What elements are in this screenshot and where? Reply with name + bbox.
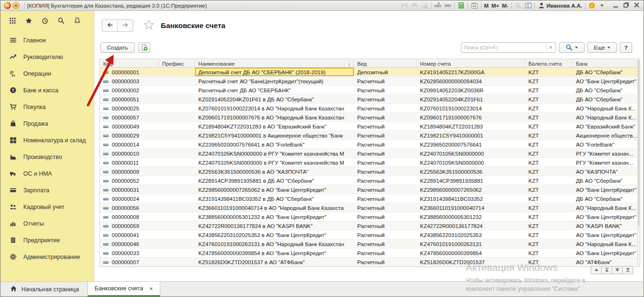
sidebar-item[interactable]: Кадровый учет [0, 198, 94, 215]
titlebar-tool[interactable] [515, 2, 522, 9]
table-row[interactable]: 000000002 Расчетный счет ДБ АО "СБЕРБАНК… [100, 86, 637, 95]
titlebar-tool[interactable] [468, 2, 468, 9]
column-header-account[interactable]: Номер счета [417, 59, 525, 67]
table-row[interactable]: 000000010 KZ24070105KSN0000000 в РГУ "Ко… [100, 149, 637, 158]
sidebar-quick-icon[interactable] [41, 17, 49, 24]
forward-button[interactable] [117, 20, 133, 31]
sidebar-item[interactable]: ДтКт Операции [0, 65, 94, 82]
table-row[interactable]: 000000051 KZ02914052204KZ01F61 в ДБ АО "… [100, 95, 637, 104]
titlebar-tool[interactable] [598, 2, 605, 9]
titlebar-tool[interactable]: Иванова А.А. [538, 2, 582, 9]
titlebar-tool[interactable] [411, 2, 418, 9]
table-row[interactable]: 000000059 KZ42722R000136177824 в АО "KAS… [100, 221, 637, 230]
help-button[interactable]: ? [620, 42, 632, 53]
table-row[interactable]: 000000033 KZ478560000000399854 в АО "Бан… [100, 248, 637, 257]
more-button[interactable]: Еще [587, 42, 617, 53]
titlebar-tool[interactable] [421, 2, 428, 9]
titlebar-tool[interactable] [525, 2, 532, 9]
titlebar-tool[interactable] [431, 2, 431, 9]
sidebar-item[interactable]: Производство [0, 148, 94, 165]
titlebar-tool[interactable] [444, 2, 451, 9]
list-scroll-button[interactable] [612, 266, 623, 274]
search-input[interactable] [461, 45, 546, 50]
sidebar-item[interactable]: Администрирование [0, 248, 94, 265]
column-header-bank[interactable]: Банк [573, 59, 637, 67]
vertical-scrollbar[interactable] [637, 59, 640, 267]
tab-home[interactable]: Начальная страница [0, 282, 88, 297]
table-row[interactable]: 000000007 KZ51826D0KZTD2001537 в АО "АТФ… [100, 257, 637, 267]
table-row[interactable]: 000000056 KZ3660110191000040714 в АО "На… [100, 203, 637, 212]
titlebar-tool[interactable] [401, 2, 408, 9]
cell-prefix [159, 68, 195, 76]
window-button[interactable] [631, 1, 642, 10]
table-row[interactable]: 000000008 KZ388560000005301232 в АО "Бан… [100, 212, 637, 221]
favorite-star-icon[interactable] [144, 20, 154, 32]
table-row[interactable]: 000000041 KZ438562203102025353 в АО "Бан… [100, 230, 637, 239]
list-scroll-button[interactable] [591, 266, 602, 274]
table-row[interactable]: 000000025 KZ076010191000223014 в АО "Нар… [100, 104, 637, 113]
table-row[interactable]: 000000011 KZ24070105KSN0000000 в РГУ "Ко… [100, 158, 637, 167]
list-scroll-button[interactable] [622, 266, 633, 274]
cell-name: KZ42722R000136177824 в АО "KASPI BANK" [195, 221, 354, 230]
table-row[interactable]: 000000001 Депозитный счет ДБ АО "СБЕРБАН… [100, 68, 637, 77]
create-group-button[interactable] [138, 42, 150, 53]
sidebar-item[interactable]: Номенклатура и склад [0, 132, 94, 148]
close-tab-icon[interactable]: × [149, 285, 153, 292]
cell-kind: Расчетный [354, 113, 417, 121]
titlebar-tool[interactable] [535, 2, 535, 9]
titlebar-tool[interactable] [434, 2, 441, 9]
cell-bank: АО "Народный Банк К... [573, 203, 637, 212]
column-header-code[interactable]: Код [100, 59, 159, 67]
sidebar-quick-icon[interactable] [58, 17, 65, 24]
sidebar-item[interactable]: Зарплата [0, 182, 94, 198]
create-button[interactable]: Создать [100, 42, 135, 53]
sidebar-item[interactable]: Предприятие [0, 232, 94, 248]
table-row[interactable]: 000000046 KZ476010191000263131 в АО "Нар… [100, 239, 637, 248]
cell-code: 000000007 [112, 259, 139, 265]
sidebar-item[interactable]: Руководителю [0, 49, 94, 65]
table-row[interactable]: 000000009 KZ25563K351500000536 в АО "КАЗ… [100, 167, 637, 176]
scrollbar-thumb[interactable] [638, 60, 639, 226]
titlebar-tool[interactable] [454, 2, 455, 9]
titlebar-tool[interactable]: i [588, 2, 595, 9]
window-button[interactable] [621, 1, 631, 10]
titlebar-tool[interactable]: 31 [471, 2, 478, 9]
sidebar-item[interactable]: Продажа [0, 115, 94, 132]
titlebar-tool[interactable] [511, 2, 512, 9]
search-clear-button[interactable]: × [546, 44, 556, 51]
titlebar-tool[interactable] [458, 2, 465, 9]
list-scroll-button[interactable] [601, 266, 612, 274]
sidebar-quick-icon[interactable] [25, 17, 32, 24]
column-header-prefix[interactable]: Префикс [159, 59, 195, 67]
table-row[interactable]: 000000024 KZ31914398411BC03352 в ДБ АО "… [100, 194, 637, 203]
column-header-kind[interactable]: Вид [354, 59, 417, 67]
table-row[interactable]: 000000003 Расчетный счет АО "БанкЦентрКр… [100, 77, 637, 86]
table-row[interactable]: 000000052 KZ28914CP39891935881 в ДБ АО "… [100, 176, 637, 185]
table-row[interactable]: 000000029 KZ19821C5Y9410000001 в Акционе… [100, 131, 637, 140]
titlebar-tool[interactable]: M- [502, 3, 508, 9]
main-menu-dropdown-icon[interactable]: ▼ [12, 2, 20, 9]
column-header-name[interactable]: Наименование↓ [195, 59, 354, 67]
sidebar-item[interactable]: ОС и НМА [0, 165, 94, 182]
back-button[interactable] [102, 20, 117, 31]
titlebar-tool[interactable] [585, 2, 585, 9]
window-button[interactable] [610, 1, 621, 10]
search-button[interactable] [559, 42, 585, 53]
sidebar-quick-icon[interactable] [74, 17, 81, 24]
titlebar-tool[interactable]: M+ [491, 3, 499, 9]
sidebar-item[interactable]: Главное [0, 32, 94, 49]
table-row[interactable]: 000000014 KZ239650200007576641 в АО "For… [100, 140, 637, 149]
table-row[interactable]: 000000057 KZ096017191000007676 в АО "Нар… [100, 113, 637, 122]
table-row[interactable]: 000000049 KZ1894804KZT22031283 в АО "Евр… [100, 122, 637, 131]
cell-code: 000000056 [112, 205, 139, 211]
sidebar-quick-icon[interactable] [9, 17, 16, 24]
column-header-currency[interactable]: Валюта счета [525, 59, 573, 67]
sidebar-item[interactable]: Отчеты [0, 215, 94, 232]
titlebar-tool[interactable] [481, 2, 481, 9]
blocks-icon [9, 137, 17, 144]
tab-bank-accounts[interactable]: Банковские счета × [88, 282, 160, 297]
sidebar-item[interactable]: Т Банк и касса [0, 82, 94, 99]
titlebar-tool[interactable]: M [484, 3, 489, 9]
table-row[interactable]: 000000031 KZ298560000007265062 в АО "Бан… [100, 185, 637, 194]
sidebar-item[interactable]: Покупка [0, 99, 94, 115]
